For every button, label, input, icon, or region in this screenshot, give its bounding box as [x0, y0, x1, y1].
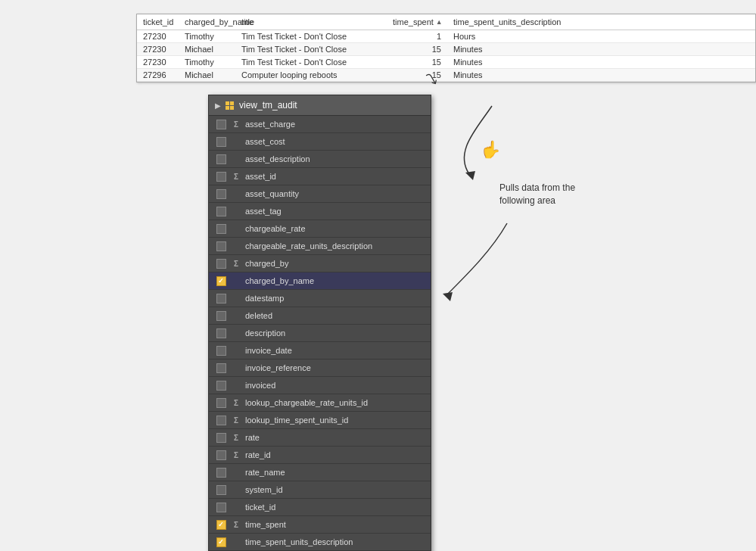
- schema-field-row[interactable]: Σlookup_time_spent_units_id: [209, 412, 431, 429]
- field-checkbox[interactable]: [215, 431, 227, 444]
- col-header-time-desc[interactable]: time_spent_units_description: [447, 16, 523, 28]
- cell-time-spent: 15: [387, 57, 447, 67]
- schema-field-row[interactable]: chargeable_rate: [209, 220, 431, 238]
- field-checkbox[interactable]: [215, 362, 227, 374]
- schema-field-row[interactable]: invoice_date: [209, 342, 431, 360]
- field-checkbox[interactable]: [215, 518, 227, 531]
- schema-panel-header[interactable]: ▶ view_tm_audit: [209, 95, 431, 116]
- schema-field-row[interactable]: asset_description: [209, 151, 431, 168]
- schema-field-row[interactable]: Σrate_id: [209, 447, 431, 464]
- sigma-type-icon: Σ: [230, 170, 242, 182]
- checkbox-unchecked-icon: [216, 433, 226, 443]
- cell-time-units: Minutes: [447, 44, 523, 54]
- empty-type-icon: [230, 310, 242, 322]
- schema-field-row[interactable]: system_id: [209, 481, 431, 499]
- field-checkbox[interactable]: [215, 275, 227, 287]
- field-name-label: asset_charge: [245, 120, 426, 129]
- field-checkbox[interactable]: [215, 501, 227, 513]
- field-checkbox[interactable]: [215, 379, 227, 391]
- checkbox-unchecked-icon: [216, 224, 226, 234]
- schema-field-row[interactable]: datestamp: [209, 290, 431, 307]
- field-checkbox[interactable]: [215, 240, 227, 252]
- checkbox-unchecked-icon: [216, 416, 226, 425]
- field-checkbox[interactable]: [215, 153, 227, 165]
- checkbox-unchecked-icon: [216, 137, 226, 147]
- col-label-time-desc: time_spent_units_description: [453, 17, 561, 26]
- field-name-label: asset_cost: [245, 137, 426, 146]
- sigma-type-icon: Σ: [230, 449, 242, 461]
- schema-field-row[interactable]: invoiced: [209, 377, 431, 394]
- schema-panel-expand-icon[interactable]: ▶: [215, 101, 221, 110]
- col-header-title[interactable]: title: [235, 16, 387, 28]
- schema-field-list: Σasset_chargeasset_costasset_description…: [209, 116, 431, 551]
- checkbox-unchecked-icon: [216, 294, 226, 304]
- field-checkbox[interactable]: [215, 257, 227, 269]
- field-checkbox[interactable]: [215, 292, 227, 304]
- field-name-label: chargeable_rate: [245, 224, 426, 233]
- schema-field-row[interactable]: Σasset_id: [209, 168, 431, 185]
- field-checkbox[interactable]: [215, 344, 227, 356]
- field-name-label: lookup_time_spent_units_id: [245, 416, 426, 425]
- field-checkbox[interactable]: [215, 205, 227, 217]
- col-label-title: title: [241, 17, 254, 26]
- checkbox-unchecked-icon: [216, 172, 226, 182]
- schema-field-row[interactable]: asset_tag: [209, 203, 431, 220]
- schema-field-row[interactable]: time_spent_units_description: [209, 534, 431, 551]
- cell-charged-by: Michael: [179, 70, 235, 80]
- col-header-charged-by-name[interactable]: charged_by_name: [179, 16, 235, 28]
- checkbox-unchecked-icon: [216, 311, 226, 321]
- schema-field-row[interactable]: chargeable_rate_units_description: [209, 238, 431, 255]
- schema-field-row[interactable]: description: [209, 325, 431, 342]
- field-checkbox[interactable]: [215, 466, 227, 478]
- checkbox-checked-icon: [216, 520, 226, 530]
- field-checkbox[interactable]: [215, 135, 227, 148]
- field-checkbox[interactable]: [215, 170, 227, 182]
- field-name-label: time_spent: [245, 520, 426, 529]
- annotation-text: Pulls data from the following area: [499, 182, 575, 207]
- cell-charged-by: Timothy: [179, 57, 235, 67]
- schema-field-row[interactable]: charged_by_name: [209, 272, 431, 290]
- cell-ticket-id: 27230: [137, 44, 179, 54]
- field-checkbox[interactable]: [215, 484, 227, 496]
- schema-grid-icon: [226, 101, 235, 110]
- empty-type-icon: [230, 223, 242, 235]
- field-checkbox[interactable]: [215, 414, 227, 426]
- field-checkbox[interactable]: [215, 397, 227, 409]
- table-body: 27230 Timothy Tim Test Ticket - Don't Cl…: [137, 30, 755, 82]
- schema-field-row[interactable]: Σcharged_by: [209, 255, 431, 272]
- data-table: ticket_id charged_by_name title time_spe…: [136, 14, 756, 82]
- cell-ticket-id: 27230: [137, 31, 179, 42]
- checkbox-unchecked-icon: [216, 398, 226, 408]
- empty-type-icon: [230, 205, 242, 217]
- field-checkbox[interactable]: [215, 327, 227, 339]
- col-header-time-spent[interactable]: time_spent ▲: [387, 16, 447, 28]
- empty-type-icon: [230, 536, 242, 548]
- field-checkbox[interactable]: [215, 449, 227, 461]
- empty-type-icon: [230, 501, 242, 513]
- sigma-type-icon: Σ: [230, 414, 242, 426]
- col-header-ticket-id[interactable]: ticket_id: [137, 16, 179, 28]
- table-row: 27296 Michael Computer looping reboots 1…: [137, 69, 755, 82]
- schema-field-row[interactable]: Σtime_spent: [209, 516, 431, 534]
- schema-field-row[interactable]: Σlookup_chargeable_rate_units_id: [209, 394, 431, 412]
- field-checkbox[interactable]: [215, 188, 227, 200]
- field-name-label: datestamp: [245, 294, 426, 303]
- field-checkbox[interactable]: [215, 536, 227, 548]
- schema-field-row[interactable]: asset_cost: [209, 133, 431, 151]
- cell-title: Tim Test Ticket - Don't Close: [235, 44, 387, 54]
- schema-field-row[interactable]: ticket_id: [209, 499, 431, 516]
- field-checkbox[interactable]: [215, 223, 227, 235]
- schema-field-row[interactable]: asset_quantity: [209, 185, 431, 203]
- cell-charged-by: Timothy: [179, 31, 235, 42]
- field-checkbox[interactable]: [215, 310, 227, 322]
- schema-field-row[interactable]: deleted: [209, 307, 431, 325]
- field-name-label: asset_id: [245, 172, 426, 181]
- schema-field-row[interactable]: rate_name: [209, 464, 431, 481]
- schema-field-row[interactable]: invoice_reference: [209, 360, 431, 377]
- schema-field-row[interactable]: Σasset_charge: [209, 116, 431, 133]
- empty-type-icon: [230, 292, 242, 304]
- cell-time-units: Minutes: [447, 57, 523, 67]
- field-checkbox[interactable]: [215, 118, 227, 130]
- field-name-label: asset_quantity: [245, 189, 426, 198]
- schema-field-row[interactable]: Σrate: [209, 429, 431, 447]
